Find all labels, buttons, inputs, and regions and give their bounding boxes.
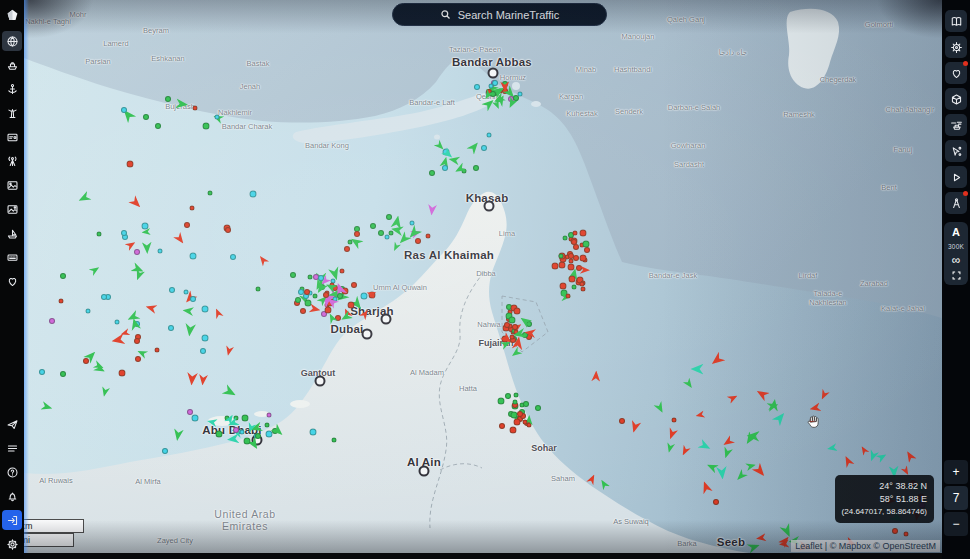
vessel-marker-red-dot[interactable] (509, 427, 516, 434)
tool-playback[interactable] (945, 166, 967, 188)
vessel-marker-cyan-dot[interactable] (474, 84, 480, 90)
vessel-marker-red-dot[interactable] (351, 282, 357, 288)
vessel-marker-green-dot[interactable] (331, 437, 336, 442)
vessel-marker-green-dot[interactable] (514, 393, 519, 398)
sidebar-gallery[interactable] (2, 199, 22, 219)
vessel-marker-cyan-dot[interactable] (202, 334, 209, 341)
vessel-marker-red-dot[interactable] (892, 528, 898, 534)
vessel-marker-red-dot[interactable] (184, 222, 190, 228)
vessel-marker-cyan-dot[interactable] (230, 254, 236, 260)
vessel-marker-red-dot[interactable] (354, 231, 360, 237)
vessel-marker-cyan-dot[interactable] (101, 294, 107, 300)
tool-measure[interactable] (945, 140, 967, 162)
vessel-marker-green-dot[interactable] (429, 170, 435, 176)
vessel-marker-cyan-dot[interactable] (184, 289, 189, 294)
vessel-marker-green-dot[interactable] (143, 114, 149, 120)
vessel-marker-red-dot[interactable] (323, 292, 329, 298)
vessel-marker-cyan-dot[interactable] (169, 287, 175, 293)
vessel-marker-red-dot[interactable] (119, 369, 126, 376)
vessel-marker-red-dot[interactable] (225, 227, 231, 233)
vessel-marker-red-dot[interactable] (559, 262, 566, 269)
sidebar-dashboard[interactable] (2, 247, 22, 267)
vessel-marker-cyan-dot[interactable] (39, 369, 45, 375)
sidebar-logo[interactable] (2, 5, 22, 25)
vessel-marker-red-dot[interactable] (513, 418, 520, 425)
vessel-marker-red-dot[interactable] (517, 411, 523, 417)
vessel-marker-red-dot[interactable] (58, 299, 63, 304)
sidebar-vessels[interactable] (2, 55, 22, 75)
vessel-marker-red-dot[interactable] (572, 231, 577, 236)
vessel-marker-cyan-dot[interactable] (318, 275, 324, 281)
vessel-marker-green-dot[interactable] (202, 122, 209, 129)
vessel-marker-green-dot[interactable] (473, 165, 479, 171)
zoom-out-button[interactable]: − (944, 512, 968, 536)
vessel-marker-green-dot[interactable] (386, 214, 392, 220)
sidebar-lights[interactable] (2, 103, 22, 123)
vessel-marker-cyan-dot[interactable] (190, 252, 197, 259)
vessel-marker-red-dot[interactable] (559, 283, 566, 290)
vessel-marker-green-dot[interactable] (97, 231, 102, 236)
vessel-marker-cyan-dot[interactable] (384, 234, 389, 239)
vessel-marker-green-dot[interactable] (559, 254, 564, 259)
vessel-marker-green-dot[interactable] (264, 423, 269, 428)
vessel-marker-green-dot[interactable] (498, 398, 505, 405)
sidebar-ais-stations[interactable] (2, 151, 22, 171)
vessel-marker-red-dot[interactable] (189, 206, 194, 211)
vessel-marker-magenta-dot[interactable] (233, 427, 239, 433)
vessel-marker-cyan-dot[interactable] (310, 429, 317, 436)
map-canvas[interactable]: MohrNakhl-e TaghiBeyramLamerdParsianEshk… (24, 0, 942, 559)
sidebar-notifications[interactable] (2, 486, 22, 506)
sidebar-port-calls[interactable] (2, 127, 22, 147)
vessel-marker-cyan-dot[interactable] (410, 221, 415, 226)
vessel-marker-red-dot[interactable] (154, 348, 159, 353)
vessel-marker-green-dot[interactable] (255, 433, 261, 439)
vessel-marker-green-dot[interactable] (60, 371, 66, 377)
fullscreen-button[interactable] (951, 270, 962, 281)
vessel-marker-red-dot[interactable] (672, 418, 677, 423)
tool-layers[interactable] (945, 88, 967, 110)
vessel-marker-green-dot[interactable] (305, 300, 312, 307)
vessel-marker-green-dot[interactable] (563, 235, 568, 240)
sidebar-share[interactable] (2, 414, 22, 434)
vessel-marker-red-dot[interactable] (134, 338, 140, 344)
vessel-marker-green-dot[interactable] (295, 297, 301, 303)
vessel-marker-green-dot[interactable] (370, 223, 376, 229)
vessel-marker-red-dot[interactable] (324, 307, 331, 314)
tool-my-favorites[interactable] (945, 62, 967, 84)
vessel-marker-red-dot[interactable] (522, 419, 527, 424)
vessel-marker-red-dot[interactable] (192, 106, 197, 111)
vessel-marker-magenta-dot[interactable] (187, 409, 193, 415)
vessel-marker-green-dot[interactable] (388, 231, 393, 236)
vessel-marker-green-dot[interactable] (165, 96, 171, 102)
vessel-marker-green-dot[interactable] (60, 273, 66, 279)
vessel-marker-red-dot[interactable] (300, 308, 306, 314)
vessel-marker-red-dot[interactable] (510, 334, 515, 339)
vessel-marker-red-dot[interactable] (514, 308, 521, 315)
vessel-marker-green-dot[interactable] (255, 287, 260, 292)
vessel-marker-red-dot[interactable] (340, 269, 345, 274)
vessel-marker-cyan-dot[interactable] (190, 296, 196, 302)
sidebar-live-map[interactable] (2, 31, 22, 51)
vessel-marker-cyan-dot[interactable] (486, 132, 491, 137)
vessel-marker-cyan-dot[interactable] (489, 83, 494, 88)
sidebar-news[interactable] (2, 438, 22, 458)
vessel-marker-cyan-dot[interactable] (442, 165, 448, 171)
map-attribution[interactable]: Leaflet | © Mapbox © OpenStreetM (791, 540, 940, 552)
vessel-marker-red-dot[interactable] (344, 246, 350, 252)
sidebar-help[interactable] (2, 462, 22, 482)
vessel-marker-cyan-dot[interactable] (142, 223, 149, 230)
tool-routing[interactable] (945, 192, 967, 214)
sidebar-fleets[interactable] (2, 223, 22, 243)
vessel-marker-green-dot[interactable] (337, 293, 343, 299)
vessel-marker-cyan-dot[interactable] (121, 230, 127, 236)
vessel-marker-green-dot[interactable] (308, 275, 313, 280)
vessel-marker-red-dot[interactable] (565, 294, 570, 299)
vessel-marker-cyan-dot[interactable] (121, 107, 127, 113)
vessel-marker-red-dot[interactable] (135, 356, 141, 362)
tool-guides[interactable] (945, 10, 967, 32)
vessel-marker-cyan-dot[interactable] (202, 306, 209, 313)
vessel-marker-red-dot[interactable] (809, 417, 816, 424)
vessel-marker-cyan-dot[interactable] (168, 325, 174, 331)
vessel-marker-cyan-dot[interactable] (240, 430, 245, 435)
vessel-marker-red-dot[interactable] (904, 532, 909, 537)
